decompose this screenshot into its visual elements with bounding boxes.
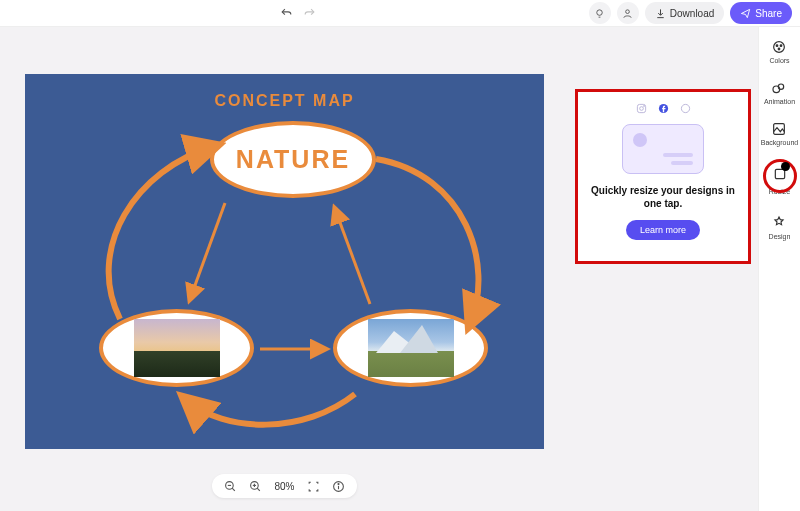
idea-button[interactable]	[589, 2, 611, 24]
zoom-in-button[interactable]	[249, 480, 262, 493]
popover-illustration	[622, 124, 704, 174]
svg-line-23	[258, 488, 261, 491]
svg-point-2	[774, 42, 785, 53]
sidebar-label-design: Design	[769, 233, 791, 240]
svg-point-15	[639, 106, 643, 110]
instagram-icon[interactable]	[635, 102, 647, 114]
svg-point-5	[779, 48, 781, 50]
svg-point-3	[777, 45, 779, 47]
download-label: Download	[670, 8, 714, 19]
sidebar-item-resize[interactable]: Resize	[769, 166, 790, 195]
canvas-title: CONCEPT MAP	[25, 92, 544, 110]
node-main-text: NATURE	[236, 145, 350, 174]
share-label: Share	[755, 8, 782, 19]
svg-line-20	[233, 488, 236, 491]
redo-button[interactable]	[303, 7, 316, 20]
sidebar-item-design[interactable]: Design	[769, 215, 791, 240]
zoom-out-button[interactable]	[224, 480, 237, 493]
node-left[interactable]	[99, 309, 254, 387]
svg-rect-9	[775, 169, 784, 178]
node-right[interactable]	[333, 309, 488, 387]
design-canvas[interactable]: CONCEPT MAP NATURE	[25, 74, 544, 449]
generic-share-icon[interactable]	[679, 102, 691, 114]
top-toolbar: Download Share	[0, 0, 800, 27]
svg-point-16	[643, 105, 644, 106]
zoom-value[interactable]: 80%	[274, 481, 294, 492]
sidebar-label-animation: Animation	[764, 98, 795, 105]
svg-point-4	[781, 45, 783, 47]
svg-point-18	[681, 104, 689, 112]
bottom-bar: 80%	[25, 474, 544, 498]
sidebar-label-colors: Colors	[769, 57, 789, 64]
popover-social-row	[635, 102, 691, 114]
svg-point-1	[626, 9, 630, 13]
right-sidebar: Colors Animation Background Resize Desig…	[758, 27, 800, 511]
learn-more-button[interactable]: Learn more	[626, 220, 700, 240]
workspace: CONCEPT MAP NATURE	[0, 27, 758, 511]
facebook-icon[interactable]	[657, 102, 669, 114]
svg-point-28	[337, 483, 338, 484]
node-left-image	[134, 319, 220, 377]
svg-line-12	[335, 209, 370, 304]
share-button[interactable]: Share	[730, 2, 792, 24]
sidebar-label-background: Background	[761, 139, 798, 146]
zoom-controls: 80%	[212, 474, 356, 498]
svg-line-11	[190, 203, 225, 299]
node-right-image	[368, 319, 454, 377]
account-button[interactable]	[617, 2, 639, 24]
sidebar-item-animation[interactable]: Animation	[764, 80, 795, 105]
resize-promo-popover: Quickly resize your designs in one tap. …	[575, 89, 751, 264]
sidebar-item-colors[interactable]: Colors	[769, 39, 789, 64]
zoom-fit-button[interactable]	[307, 480, 320, 493]
node-main[interactable]: NATURE	[210, 121, 376, 198]
history-controls	[8, 7, 589, 20]
topbar-actions: Download Share	[589, 2, 792, 24]
download-button[interactable]: Download	[645, 2, 724, 24]
sidebar-item-background[interactable]: Background	[761, 121, 798, 146]
resize-badge-dot	[781, 162, 790, 171]
undo-button[interactable]	[280, 7, 293, 20]
svg-point-0	[597, 9, 603, 15]
popover-text: Quickly resize your designs in one tap.	[590, 184, 736, 210]
info-button[interactable]	[332, 480, 345, 493]
